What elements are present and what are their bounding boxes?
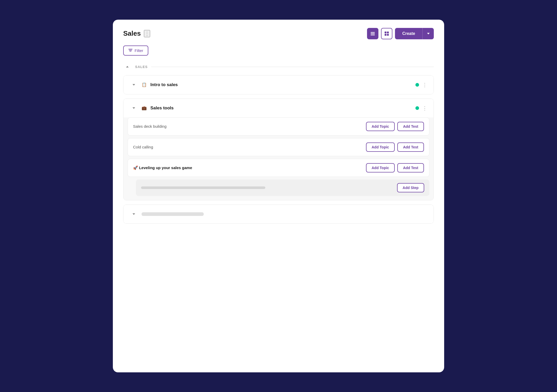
cold-calling-add-topic-button[interactable]: Add Topic xyxy=(366,142,395,152)
intro-to-sales-collapse-button[interactable] xyxy=(130,81,138,89)
placeholder-collapse-button[interactable] xyxy=(130,210,138,218)
more-options-button[interactable]: ⋮ xyxy=(144,30,150,37)
sales-deck-add-test-button[interactable]: Add Test xyxy=(397,122,424,131)
course-header-right-sales-tools: ⋮ xyxy=(415,105,427,111)
filter-row: Filter xyxy=(123,46,434,56)
create-dropdown-button[interactable] xyxy=(422,28,434,39)
filter-icon xyxy=(128,48,133,53)
sub-item-leveling-up: 🚀 Leveling up your sales game Add Topic … xyxy=(128,159,429,177)
course-card-sales-tools: 💼 Sales tools ⋮ Sales deck building Add … xyxy=(123,99,434,200)
sub-items-sales-tools: Sales deck building Add Topic Add Test C… xyxy=(123,117,434,200)
create-button[interactable]: Create xyxy=(395,28,422,39)
course-header-placeholder xyxy=(123,205,434,223)
course-header-left: 📋 Intro to sales xyxy=(130,81,178,89)
svg-rect-2 xyxy=(371,35,375,35)
sales-tools-title: Sales tools xyxy=(150,105,174,111)
sales-deck-building-title: Sales deck building xyxy=(133,124,166,129)
course-header-left-placeholder xyxy=(130,210,204,218)
course-header-left-sales-tools: 💼 Sales tools xyxy=(130,104,174,112)
intro-to-sales-title: Intro to sales xyxy=(150,82,178,87)
course-card-placeholder xyxy=(123,205,434,224)
cold-calling-actions: Add Topic Add Test xyxy=(366,142,424,152)
header: Sales ⋮ Create xyxy=(123,28,434,39)
sub-item-cold-calling: Cold calling Add Topic Add Test xyxy=(128,138,429,156)
intro-to-sales-more-button[interactable]: ⋮ xyxy=(422,82,427,88)
section-label: SALES xyxy=(135,65,148,69)
create-btn-group: Create xyxy=(395,28,434,39)
sales-deck-add-topic-button[interactable]: Add Topic xyxy=(366,122,395,131)
sales-tools-collapse-button[interactable] xyxy=(130,104,138,112)
header-left: Sales ⋮ xyxy=(123,29,150,37)
section-collapse-button[interactable] xyxy=(123,63,131,71)
svg-rect-6 xyxy=(387,34,389,36)
sales-tools-status-dot xyxy=(415,106,419,110)
cold-calling-add-test-button[interactable]: Add Test xyxy=(397,142,424,152)
section-label-row: SALES xyxy=(123,63,434,71)
leveling-up-actions: Add Topic Add Test xyxy=(366,163,424,172)
step-sub-item: Add Step xyxy=(136,179,429,196)
sub-item-actions: Add Topic Add Test xyxy=(366,122,424,131)
course-header-right: ⋮ xyxy=(415,82,427,88)
leveling-up-title: 🚀 Leveling up your sales game xyxy=(133,165,192,170)
grid-view-button[interactable] xyxy=(381,28,392,39)
filter-button[interactable]: Filter xyxy=(123,46,148,56)
svg-rect-0 xyxy=(371,32,375,33)
page-title: Sales xyxy=(123,29,141,37)
intro-to-sales-icon: 📋 xyxy=(142,82,147,87)
intro-to-sales-status-dot xyxy=(415,83,419,87)
leveling-up-icon: 🚀 xyxy=(133,165,138,170)
add-step-button[interactable]: Add Step xyxy=(397,183,424,192)
course-card-intro-to-sales: 📋 Intro to sales ⋮ xyxy=(123,75,434,94)
svg-rect-5 xyxy=(385,34,386,36)
course-header-intro-to-sales: 📋 Intro to sales ⋮ xyxy=(123,76,434,94)
sales-tools-icon: 💼 xyxy=(142,105,147,110)
section-divider xyxy=(151,67,434,67)
app-container: Sales ⋮ Create xyxy=(113,20,444,372)
svg-rect-1 xyxy=(371,33,375,34)
leveling-up-add-test-button[interactable]: Add Test xyxy=(397,163,424,172)
header-right: Create xyxy=(367,28,434,39)
step-bar xyxy=(141,186,265,189)
list-view-button[interactable] xyxy=(367,28,378,39)
leveling-up-add-topic-button[interactable]: Add Topic xyxy=(366,163,395,172)
placeholder-bar xyxy=(142,212,204,216)
course-header-sales-tools: 💼 Sales tools ⋮ xyxy=(123,99,434,117)
svg-rect-4 xyxy=(387,32,389,33)
sub-item-sales-deck-building: Sales deck building Add Topic Add Test xyxy=(128,117,429,135)
sales-tools-more-button[interactable]: ⋮ xyxy=(422,105,427,111)
filter-label: Filter xyxy=(135,48,143,53)
svg-rect-3 xyxy=(385,32,386,33)
cold-calling-title: Cold calling xyxy=(133,145,153,149)
